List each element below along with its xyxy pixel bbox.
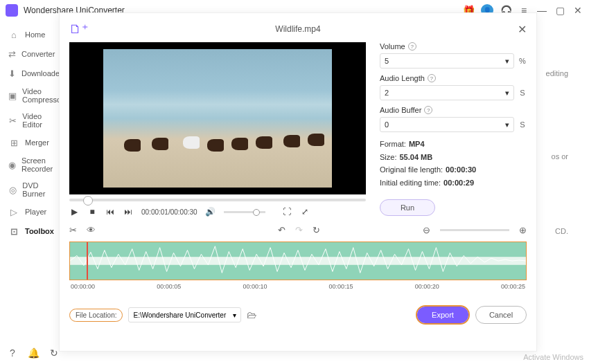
unit-label: S [518,120,527,129]
file-location-select[interactable]: E:\Wondershare UniConverter▾ [128,307,241,322]
sidebar-item-video-compressor[interactable]: ▣Video Compressor [0,83,62,108]
maximize-icon[interactable]: ▢ [554,5,565,16]
volume-slider[interactable] [224,211,265,213]
volume-icon[interactable]: 🔊 [206,207,216,217]
stop-button[interactable]: ■ [87,207,97,217]
zoom-slider[interactable] [440,229,509,231]
seek-bar[interactable] [69,199,366,201]
scissors-icon: ✂ [8,115,17,126]
home-icon: ⌂ [8,29,19,40]
playback-time: 00:00:01/00:00:30 [141,208,197,216]
sidebar-item-dvd-burner[interactable]: ◎DVD Burner [0,177,62,202]
minimize-icon[interactable]: — [536,5,547,16]
cancel-button[interactable]: Cancel [475,306,527,324]
original-length: 00:00:30 [446,165,476,174]
snapshot-icon[interactable]: ⛶ [282,207,292,217]
sidebar-item-converter[interactable]: ⇄Converter [0,44,62,64]
activate-windows-watermark: Activate Windows [523,353,583,361]
file-location-label: File Location: [69,309,123,322]
sidebar-item-video-editor[interactable]: ✂Video Editor [0,108,62,133]
modal-title: Wildlife.mp4 [69,24,527,34]
folder-icon[interactable]: 🗁 [247,309,256,320]
sidebar-item-player[interactable]: ▷Player [0,202,62,221]
sidebar-item-merger[interactable]: ⊞Merger [0,133,62,152]
unit-label: % [518,57,527,65]
prev-frame-button[interactable]: ⏮ [105,207,115,217]
help-icon[interactable]: ? [424,106,432,114]
chevron-down-icon: ▾ [505,89,509,98]
sidebar-item-screen-recorder[interactable]: ◉Screen Recorder [0,152,62,177]
record-icon: ◉ [8,159,16,170]
bg-text: os or [552,152,568,161]
playhead[interactable] [87,242,88,280]
run-button[interactable]: Run [380,199,435,216]
close-window-icon[interactable]: ✕ [572,5,583,16]
eye-icon[interactable]: 👁 [87,225,96,235]
fullscreen-icon[interactable]: ⤢ [300,207,310,217]
play-icon: ▷ [8,206,19,217]
sidebar: ⌂Home ⇄Converter ⬇Downloader ▣Video Comp… [0,21,62,339]
size-value: 55.04 MB [399,153,432,161]
bg-text: CD. [555,227,568,235]
app-logo-icon [6,4,18,17]
help-icon[interactable]: ? [7,347,18,358]
audio-length-label: Audio Length [380,74,425,82]
export-button[interactable]: Export [416,305,470,325]
initial-edit-time: 00:00:29 [443,179,474,187]
merge-icon: ⊞ [8,137,19,148]
compress-icon: ▣ [8,90,17,101]
help-icon[interactable]: ? [408,42,416,51]
help-icon[interactable]: ? [428,74,436,82]
sidebar-item-home[interactable]: ⌂Home [0,25,62,44]
toolbox-icon: ⊡ [8,226,19,237]
disc-icon: ◎ [8,184,17,195]
volume-select[interactable]: 5▾ [380,53,514,69]
bell-icon[interactable]: 🔔 [28,347,39,358]
close-icon[interactable]: ✕ [518,23,527,36]
format-value: MP4 [409,140,425,148]
redo-icon[interactable]: ↷ [295,225,303,235]
undo-icon[interactable]: ↶ [278,225,285,235]
play-button[interactable]: ▶ [69,207,79,217]
bg-text: editing [546,69,568,78]
waveform-timeline[interactable] [69,242,527,280]
sidebar-item-downloader[interactable]: ⬇Downloader [0,64,62,83]
unit-label: S [518,89,527,97]
chevron-down-icon: ▾ [505,57,509,66]
smart-trimmer-modal: 🗋⁺ Wildlife.mp4 ✕ ▶ ■ [59,12,537,352]
download-icon: ⬇ [8,68,16,79]
chevron-down-icon: ▾ [233,311,236,319]
chevron-down-icon: ▾ [505,120,509,129]
audio-length-select[interactable]: 2▾ [380,85,514,100]
audio-buffer-select[interactable]: 0▾ [380,117,514,132]
convert-icon: ⇄ [8,48,16,60]
volume-label: Volume [380,42,405,51]
svg-rect-0 [70,257,526,265]
zoom-in-icon[interactable]: ⊕ [519,225,527,235]
refresh-icon[interactable]: ↻ [49,347,60,358]
video-preview[interactable] [69,42,366,194]
timeline-ruler: 00:00:00 00:00:05 00:00:10 00:00:15 00:0… [69,283,527,290]
sidebar-item-toolbox[interactable]: ⊡Toolbox [0,221,62,241]
reset-icon[interactable]: ↻ [313,225,320,235]
cut-icon[interactable]: ✂ [69,225,77,235]
next-frame-button[interactable]: ⏭ [123,207,133,217]
audio-buffer-label: Audio Buffer [380,106,421,114]
zoom-out-icon[interactable]: ⊖ [423,225,430,235]
